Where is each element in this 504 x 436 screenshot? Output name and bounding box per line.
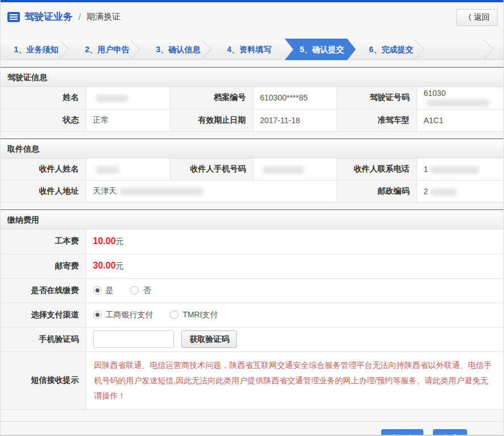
license-no-value: 61030 xyxy=(416,87,503,109)
step-6-complete-submit[interactable]: 6、完成提交 xyxy=(356,39,427,60)
fees-section-title: 缴纳费用 xyxy=(1,209,503,229)
recipient-mobile-label: 收件人手机号码 xyxy=(170,158,253,181)
recipient-address-value: 天津天 xyxy=(86,181,336,203)
redacted-value xyxy=(430,188,457,196)
file-no-label: 档案编号 xyxy=(170,87,253,109)
vehicle-value: A1C1 xyxy=(416,109,503,131)
table-row: 是否在线缴费 是 否 xyxy=(1,278,503,303)
page-subtitle: 期满换证 xyxy=(86,11,120,22)
sms-tip-label: 短信接收提示 xyxy=(1,351,86,409)
work-fee-value: 10.00元 xyxy=(86,229,503,254)
payment-fees-section: 缴纳费用 工本费 10.00元 邮寄费 30.00元 是否在线缴费 是 否 选择… xyxy=(1,209,503,410)
work-fee-amount: 10.00 xyxy=(93,236,116,246)
name-label: 姓名 xyxy=(1,87,86,109)
expiry-label: 有效期止日期 xyxy=(170,109,253,131)
sms-code-label: 手机验证码 xyxy=(1,327,86,351)
online-pay-options: 是 否 xyxy=(86,278,503,303)
chevron-right-icon xyxy=(405,39,424,59)
breadcrumb-separator: / xyxy=(78,12,81,22)
step-nav-tail xyxy=(427,39,503,60)
work-fee-unit: 元 xyxy=(116,237,124,246)
sms-tip-cell: 因陕西省联通、电信运营商技术问题，陕西省互联网交通安全综合服务管理平台无法向持陕… xyxy=(86,351,503,409)
recipient-phone-value: 1 xyxy=(416,158,503,181)
breadcrumb: 驾驶证业务 / 期满换证 xyxy=(7,10,497,23)
mail-fee-unit: 元 xyxy=(116,261,124,270)
license-info-table: 姓名 档案编号 610300****85 驾驶证号码 61030 状态 正常 有… xyxy=(1,87,503,132)
page-header: 驾驶证业务 / 期满换证 〈 返回 xyxy=(1,2,503,32)
radio-online-no[interactable] xyxy=(130,286,139,295)
sms-code-input[interactable] xyxy=(93,330,174,348)
table-row: 状态 正常 有效期止日期 2017-11-18 准驾车型 A1C1 xyxy=(1,109,503,131)
status-value: 正常 xyxy=(86,109,170,131)
chevron-right-icon xyxy=(120,39,140,59)
redacted-value xyxy=(95,166,119,174)
back-button-label: 返回 xyxy=(474,12,490,23)
recipient-name-value xyxy=(86,158,170,181)
table-row: 邮寄费 30.00元 xyxy=(1,254,503,278)
radio-online-yes[interactable] xyxy=(93,286,102,295)
redacted-value xyxy=(119,188,203,195)
radio-online-no-label[interactable]: 否 xyxy=(143,286,151,295)
radio-channel-tmri[interactable] xyxy=(170,311,178,319)
redacted-value xyxy=(430,166,479,174)
previous-step-button[interactable]: 上一步 xyxy=(381,429,423,436)
vehicle-label: 准驾车型 xyxy=(336,109,416,131)
chevron-left-icon: 〈 xyxy=(464,12,472,23)
license-no-label: 驾驶证号码 xyxy=(336,87,416,109)
radio-channel-icbc[interactable] xyxy=(93,311,102,319)
table-row: 收件人姓名 收件人手机号码 收件人联系电话 1 xyxy=(1,158,503,181)
step-2-user-declaration[interactable]: 2、用户申告 xyxy=(72,39,143,60)
license-section-title: 驾驶证信息 xyxy=(1,67,503,87)
postcode-prefix: 2 xyxy=(424,187,428,196)
recipient-phone-label: 收件人联系电话 xyxy=(336,158,416,181)
radio-online-yes-label[interactable]: 是 xyxy=(106,286,114,295)
chevron-right-icon xyxy=(191,39,211,59)
step-5-confirm-submit-active[interactable]: 5、确认提交 xyxy=(285,39,356,60)
step-nav: 1、业务须知 2、用户申告 3、确认信息 4、资料填写 5、确认提交 6、完成提… xyxy=(1,39,503,60)
table-row: 短信接收提示 因陕西省联通、电信运营商技术问题，陕西省互联网交通安全综合服务管理… xyxy=(1,351,503,409)
postcode-value: 2 xyxy=(416,181,503,203)
license-info-section: 驾驶证信息 姓名 档案编号 610300****85 驾驶证号码 61030 状… xyxy=(1,67,503,132)
pickup-info-table: 收件人姓名 收件人手机号码 收件人联系电话 1 收件人地址 天津天 邮政编码 2 xyxy=(1,158,503,203)
mail-fee-amount: 30.00 xyxy=(93,261,116,270)
step-1-business-notice[interactable]: 1、业务须知 xyxy=(1,39,72,60)
recipient-phone-prefix: 1 xyxy=(424,165,428,174)
license-no-prefix: 61030 xyxy=(424,89,446,98)
table-row: 工本费 10.00元 xyxy=(1,229,503,254)
step-label: 5、确认提交 xyxy=(300,45,344,54)
name-value xyxy=(86,87,170,109)
table-row: 手机验证码 获取验证码 xyxy=(1,327,503,351)
back-button[interactable]: 〈 返回 xyxy=(456,9,498,26)
status-label: 状态 xyxy=(1,109,86,131)
sms-code-cell: 获取验证码 xyxy=(86,327,503,351)
step-3-confirm-info[interactable]: 3、确认信息 xyxy=(143,39,214,60)
sms-tip-text: 因陕西省联通、电信运营商技术问题，陕西省互联网交通安全综合服务管理平台无法向持陕… xyxy=(94,358,496,404)
radio-channel-icbc-label[interactable]: 工商银行支付 xyxy=(106,310,153,319)
radio-channel-tmri-label[interactable]: TMRI支付 xyxy=(182,310,218,319)
work-fee-label: 工本费 xyxy=(1,229,86,254)
redacted-value xyxy=(426,99,490,107)
expiry-value: 2017-11-18 xyxy=(253,109,336,131)
file-no-value: 610300****85 xyxy=(253,87,336,109)
recipient-address-label: 收件人地址 xyxy=(1,181,86,203)
redacted-value xyxy=(95,95,128,102)
get-sms-code-button[interactable]: 获取验证码 xyxy=(181,330,237,348)
chevron-right-icon xyxy=(474,39,494,59)
chevron-right-icon xyxy=(49,39,69,59)
table-row: 姓名 档案编号 610300****85 驾驶证号码 61030 xyxy=(1,87,503,109)
online-pay-label: 是否在线缴费 xyxy=(1,278,86,303)
pickup-section-title: 取件信息 xyxy=(1,139,503,158)
table-row: 收件人地址 天津天 邮政编码 2 xyxy=(1,181,503,203)
pay-channel-label: 选择支付渠道 xyxy=(1,303,86,327)
postcode-label: 邮政编码 xyxy=(336,181,416,203)
fees-table: 工本费 10.00元 邮寄费 30.00元 是否在线缴费 是 否 选择支付渠道 … xyxy=(1,229,503,410)
mail-fee-value: 30.00元 xyxy=(86,254,503,278)
pickup-info-section: 取件信息 收件人姓名 收件人手机号码 收件人联系电话 1 收件人地址 天津天 邮… xyxy=(1,139,503,203)
pay-channel-options: 工商银行支付 TMRI支付 xyxy=(86,303,503,327)
redacted-value xyxy=(263,166,305,174)
step-4-fill-data[interactable]: 4、资料填写 xyxy=(214,39,285,60)
finish-button[interactable]: 完成 xyxy=(433,429,467,436)
recipient-mobile-value xyxy=(253,158,336,181)
table-row: 选择支付渠道 工商银行支付 TMRI支付 xyxy=(1,303,503,327)
list-icon xyxy=(7,12,20,22)
